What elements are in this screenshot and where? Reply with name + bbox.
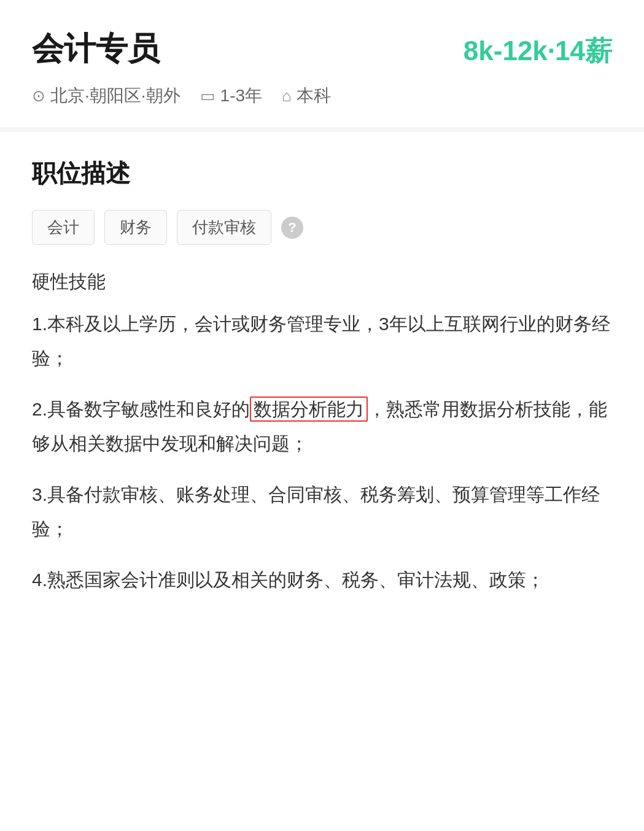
education-text: 本科	[297, 84, 331, 107]
para2-before: 2.具备数字敏感性和良好的	[32, 399, 250, 419]
location-meta: ⊙ 北京·朝阳区·朝外	[32, 84, 180, 107]
header-section: 会计专员 8k-12k·14薪	[32, 29, 612, 69]
education-icon: ⌂	[282, 87, 292, 106]
meta-row: ⊙ 北京·朝阳区·朝外 ▭ 1-3年 ⌂ 本科	[32, 84, 612, 107]
salary-display: 8k-12k·14薪	[464, 29, 612, 69]
tag-payment: 付款审核	[177, 210, 271, 245]
experience-text: 1-3年	[220, 84, 262, 107]
tag-accounting: 会计	[32, 210, 95, 245]
experience-icon: ▭	[200, 87, 215, 106]
job-description-section: 职位描述 会计 财务 付款审核 ? 硬性技能 1.本科及以上学历，会计或财务管理…	[32, 157, 612, 597]
experience-meta: ▭ 1-3年	[200, 84, 262, 107]
paragraph-2: 2.具备数字敏感性和良好的数据分析能力，熟悉常用数据分析技能，能够从相关数据中发…	[32, 392, 612, 460]
para2-highlight: 数据分析能力	[250, 396, 368, 422]
hard-skills-subtitle: 硬性技能	[32, 269, 612, 295]
job-title: 会计专员	[32, 29, 160, 68]
help-icon[interactable]: ?	[281, 217, 303, 239]
location-text: 北京·朝阳区·朝外	[50, 84, 180, 107]
paragraph-1: 1.本科及以上学历，会计或财务管理专业，3年以上互联网行业的财务经验；	[32, 307, 612, 375]
paragraph-4: 4.熟悉国家会计准则以及相关的财务、税务、审计法规、政策；	[32, 563, 612, 597]
page-container: 会计专员 8k-12k·14薪 ⊙ 北京·朝阳区·朝外 ▭ 1-3年 ⌂ 本科 …	[0, 0, 644, 646]
section-title: 职位描述	[32, 157, 612, 190]
paragraph-3: 3.具备付款审核、账务处理、合同审核、税务筹划、预算管理等工作经验；	[32, 477, 612, 546]
tags-row: 会计 财务 付款审核 ?	[32, 210, 612, 245]
section-divider	[0, 127, 644, 132]
tag-finance: 财务	[104, 210, 167, 245]
education-meta: ⌂ 本科	[282, 84, 331, 107]
location-icon: ⊙	[32, 87, 45, 106]
